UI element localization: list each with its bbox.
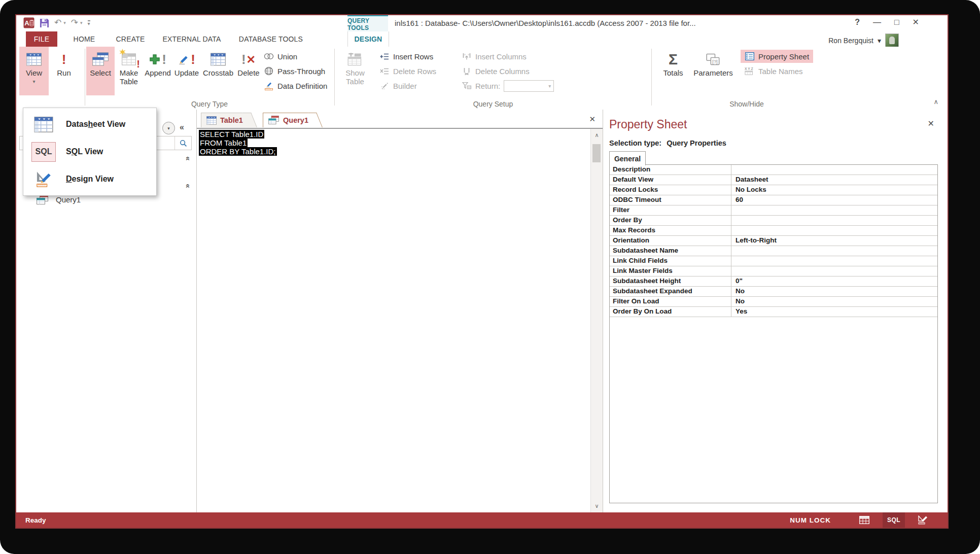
select-query-button[interactable]: Select xyxy=(86,47,115,95)
avatar[interactable] xyxy=(885,33,899,47)
property-row[interactable]: Description xyxy=(610,165,937,175)
tab-create[interactable]: CREATE xyxy=(113,31,148,47)
insert-columns-icon xyxy=(462,52,472,61)
menu-item-label: Datasheet View xyxy=(66,120,125,129)
search-icon[interactable] xyxy=(174,136,191,150)
ribbon-group-results: View ▾ ! Run xyxy=(19,47,83,110)
tab-home[interactable]: HOME xyxy=(69,31,99,47)
datasheet-view-button[interactable] xyxy=(853,512,876,528)
table-names-button[interactable]: Table Names xyxy=(741,64,813,78)
datasheet-view-icon xyxy=(31,117,56,132)
table-names-icon xyxy=(745,66,755,76)
redo-dropdown-icon[interactable]: ▾ xyxy=(80,20,83,25)
scroll-down-button[interactable]: ∨ xyxy=(591,503,603,509)
undo-button[interactable]: ↶ xyxy=(54,17,61,28)
show-table-button[interactable]: Show Table xyxy=(339,47,371,95)
insert-columns-button[interactable]: Insert Columns xyxy=(458,50,558,63)
group-collapse-icon-tables[interactable]: « xyxy=(184,156,192,160)
close-button[interactable]: ✕ xyxy=(913,17,919,27)
doc-tab-query1[interactable]: Query1 xyxy=(263,113,316,127)
select-label: Select xyxy=(90,68,111,77)
delete-columns-icon xyxy=(462,66,472,76)
menu-item-design-view[interactable]: Design View xyxy=(23,165,156,193)
save-button[interactable] xyxy=(40,18,49,28)
menu-item-datasheet-view[interactable]: Datasheet View xyxy=(23,111,156,138)
crosstab-button[interactable]: Crosstab xyxy=(201,47,235,95)
nav-pane-menu-button[interactable]: ▾ xyxy=(162,122,175,134)
status-bar-right: NUM LOCK SQL xyxy=(790,512,934,528)
property-sheet-title: Property Sheet xyxy=(609,118,687,131)
scrollbar-thumb[interactable] xyxy=(592,144,601,162)
update-button[interactable]: ! Update xyxy=(172,47,201,95)
tab-file[interactable]: FILE xyxy=(26,31,57,47)
collapse-ribbon-button[interactable]: ∧ xyxy=(933,98,938,106)
make-table-button[interactable]: ! Make Table xyxy=(115,47,143,95)
view-button[interactable]: View ▾ xyxy=(19,47,49,95)
property-row[interactable]: Filter On LoadNo xyxy=(610,297,937,307)
help-button[interactable]: ? xyxy=(855,18,860,27)
property-row[interactable]: Order By On LoadYes xyxy=(610,307,937,317)
shutter-bar-close-button[interactable]: « xyxy=(180,123,184,132)
insert-rows-button[interactable]: Insert Rows xyxy=(375,50,440,63)
return-combobox[interactable]: ▾ xyxy=(504,80,554,92)
vertical-scrollbar[interactable]: ∧ ∨ xyxy=(590,129,603,512)
property-sheet-button[interactable]: Property Sheet xyxy=(741,50,813,63)
tab-external-data[interactable]: EXTERNAL DATA xyxy=(160,31,223,47)
design-view-button[interactable] xyxy=(912,512,934,528)
append-button[interactable]: ! Append xyxy=(143,47,172,95)
property-row[interactable]: Link Master Fields xyxy=(610,266,937,276)
property-row[interactable]: Order By xyxy=(610,216,937,226)
menu-item-sql-view[interactable]: SQL SQL View xyxy=(23,138,156,165)
account-area[interactable]: Ron Bergquist ▾ xyxy=(828,33,899,47)
sql-view-button[interactable]: SQL xyxy=(883,512,905,528)
run-button[interactable]: ! Run xyxy=(49,47,79,95)
doc-tab-label: Query1 xyxy=(283,116,308,124)
property-row[interactable]: Default ViewDatasheet xyxy=(610,175,937,185)
totals-button[interactable]: Σ Totals xyxy=(657,47,689,95)
tab-general[interactable]: General xyxy=(609,151,646,165)
union-button[interactable]: Union xyxy=(260,50,331,63)
property-sheet-close-button[interactable]: ✕ xyxy=(928,119,934,128)
group-separator xyxy=(334,49,335,106)
property-row[interactable]: ODBC Timeout60 xyxy=(610,195,937,205)
sql-line-selected: ORDER BY Table1.ID; xyxy=(199,147,277,156)
selection-type-label: Selection type: xyxy=(609,139,661,147)
group-collapse-icon-queries[interactable]: « xyxy=(184,184,192,188)
maximize-button[interactable]: □ xyxy=(894,18,899,27)
view-dropdown-menu: Datasheet View SQL SQL View Design View xyxy=(23,108,157,196)
close-document-button[interactable]: ✕ xyxy=(589,115,596,124)
property-grid: Description Default ViewDatasheet Record… xyxy=(609,164,938,503)
doc-tab-table1[interactable]: Table1 xyxy=(201,113,251,127)
data-definition-button[interactable]: Data Definition xyxy=(260,79,331,92)
builder-button[interactable]: Builder xyxy=(375,79,440,92)
tab-design[interactable]: DESIGN xyxy=(347,31,389,47)
scroll-up-button[interactable]: ∧ xyxy=(591,132,603,138)
property-row[interactable]: Link Child Fields xyxy=(610,256,937,266)
property-row[interactable]: Max Records xyxy=(610,226,937,236)
property-row[interactable]: Subdatasheet Height0" xyxy=(610,276,937,287)
pass-through-label: Pass-Through xyxy=(277,67,325,76)
minimize-button[interactable]: — xyxy=(873,18,881,27)
property-row[interactable]: Filter xyxy=(610,205,937,216)
property-row[interactable]: OrientationLeft-to-Right xyxy=(610,236,937,246)
property-row[interactable]: Subdatasheet ExpandedNo xyxy=(610,287,937,297)
ribbon-group-query-setup: Show Table Insert Rows Delete Rows Build… xyxy=(336,47,650,110)
property-row[interactable]: Subdatasheet Name xyxy=(610,246,937,256)
data-definition-icon xyxy=(264,81,274,90)
tab-database-tools[interactable]: DATABASE TOOLS xyxy=(235,31,306,47)
redo-button[interactable]: ↷ xyxy=(71,17,78,28)
view-icon xyxy=(26,50,42,68)
return-icon xyxy=(462,81,472,90)
sql-editor[interactable]: SELECT Table1.ID FROM Table1 ORDER BY Ta… xyxy=(197,128,603,512)
pass-through-button[interactable]: Pass-Through xyxy=(260,64,331,78)
parameters-button[interactable]: Parameters xyxy=(689,47,738,95)
delete-rows-button[interactable]: Delete Rows xyxy=(375,64,440,78)
delete-query-button[interactable]: ! ✕ Delete xyxy=(235,47,262,95)
append-icon: ! xyxy=(149,50,166,68)
undo-dropdown-icon[interactable]: ▾ xyxy=(63,20,66,25)
return-control[interactable]: Return: ▾ xyxy=(458,79,558,92)
insert-columns-label: Insert Columns xyxy=(475,52,527,61)
customize-qat-button[interactable]: ▾ xyxy=(88,20,90,26)
property-row[interactable]: Record LocksNo Locks xyxy=(610,185,937,195)
delete-columns-button[interactable]: Delete Columns xyxy=(458,64,558,78)
